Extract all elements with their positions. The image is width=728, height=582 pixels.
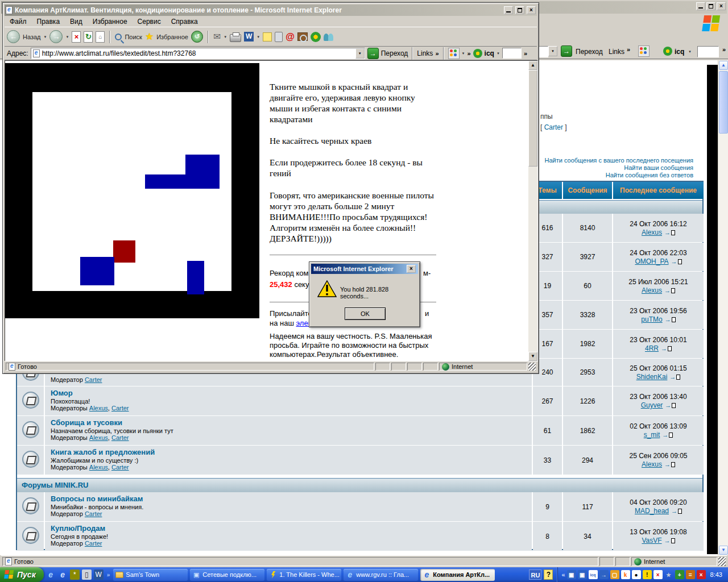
tray-tool-icon[interactable]: + [675,570,684,579]
taskbar-button-3[interactable]: ewww.rgv.ru :: Гла... [344,569,418,581]
moderator-link[interactable]: Carter [85,376,102,383]
forum-title-link[interactable]: Сборища и тусовки [51,418,122,427]
quicklaunch-ie-icon[interactable]: e [46,569,56,580]
bg-resize-grip[interactable] [718,557,726,566]
bg-vertical-scrollbar[interactable]: ▲ ▼ [718,60,728,555]
favorites-star-icon[interactable]: ★ [145,31,154,43]
taskbar-button-2[interactable]: 1. The Killers - Whe... [267,569,341,581]
last-post-user-link[interactable]: Guyver [641,401,663,409]
tray-window-icon[interactable]: ▢ [610,570,619,579]
quicklaunch-chevron-icon[interactable]: » [107,572,110,578]
moderator-link[interactable]: Carter [111,405,129,411]
last-post-user-link[interactable]: s_mit [644,431,660,439]
tray-books-icon[interactable]: = [686,570,695,579]
forum-title-link[interactable]: Книга жалоб и предложений [51,448,155,456]
forum-search-link-2[interactable]: Найти сообщения без ответов [545,172,694,179]
forum-row[interactable]: ЮморПохохотацца!Модераторы Alexus, Carte… [51,386,526,415]
taskbar-button-1[interactable]: ▣Сетевые подклю... [190,569,264,581]
moderator-link[interactable]: Alexus [89,405,108,411]
bg-icq-dropdown-icon[interactable]: ▼ [688,50,692,53]
bg-links-label[interactable]: Links [609,48,624,56]
bg-go-icon[interactable]: → [561,45,572,57]
icq-bar-label[interactable]: icq [485,49,494,57]
links-chevron-icon[interactable]: » [435,50,439,57]
favorites-label[interactable]: Избранное [156,34,188,40]
moderator-link[interactable]: Alexus [89,434,108,441]
scroll-down-icon[interactable]: ▼ [528,352,537,361]
resize-grip[interactable] [528,363,536,371]
refresh-icon[interactable]: ↻ [84,31,93,43]
chevron-icon[interactable]: » [467,50,470,57]
menu-item-1[interactable]: Правка [32,16,65,27]
forward-icon[interactable]: → [49,30,63,43]
bg-icq-flower-icon[interactable] [663,47,672,56]
forum-title-link[interactable]: Юмор [51,389,73,397]
taskbar-button-0[interactable]: Sam's Town [113,569,188,581]
bg-address-dropdown-icon[interactable]: ▼ [548,46,557,56]
stop-icon[interactable]: × [72,31,81,43]
webmoney-dropdown-icon[interactable]: ▼ [462,52,465,55]
quicklaunch-icq-offline-icon[interactable]: * [70,569,80,580]
ok-button[interactable]: OK [345,307,386,320]
goto-post-icon[interactable]: → [664,287,675,294]
last-post-user-link[interactable]: Alexus [642,460,662,468]
goto-post-icon[interactable]: → [665,402,676,409]
tray-network-lan-icon[interactable]: ▣ [567,570,576,579]
forum-row[interactable]: Книга жалоб и предложенийЖалобщикам и по… [51,446,526,475]
forum-search-link-1[interactable]: Найти ваши сообщения [545,164,694,172]
menu-item-3[interactable]: Избранное [88,16,133,27]
moderator-link[interactable]: Carter [85,540,102,547]
back-icon[interactable]: ← [7,30,20,43]
forum-row[interactable]: Вопросы по минибайкамМинибайки - вопросы… [51,492,526,521]
bg-icq-search-input[interactable] [697,46,719,57]
tray-warning-icon[interactable]: ! [643,570,652,579]
red-square[interactable] [113,240,135,263]
addr-end-chevron-icon[interactable]: » [524,50,527,57]
game-border-area[interactable] [5,63,259,318]
mail-icon[interactable]: ✉ [213,31,221,42]
history-icon[interactable]: ↺ [191,31,203,43]
last-post-user-link[interactable]: MAD_head [635,507,669,515]
taskbar-button-4[interactable]: eКомпания АртКл... [420,569,495,581]
last-post-user-link[interactable]: puTMo [641,315,662,323]
forum-search-link-0[interactable]: Найти сообщения с вашего последнего посе… [545,157,694,164]
goto-post-icon[interactable]: → [661,345,672,352]
bg-restore-button[interactable] [706,2,715,10]
tray-icq-lite-icon[interactable]: icq [589,570,598,579]
maximize-button[interactable] [515,6,524,14]
tray-k-messenger-icon[interactable]: k [621,570,630,579]
webmoney-icon[interactable] [448,48,460,59]
goto-post-icon[interactable]: → [671,258,682,265]
quicklaunch-outlook-icon[interactable]: e [58,569,68,580]
quicklaunch-word-icon[interactable]: W [94,569,104,580]
goto-post-icon[interactable]: → [665,316,676,323]
edit-dropdown-icon[interactable]: ▼ [257,35,260,39]
notes-icon[interactable] [263,32,272,41]
dialog-titlebar[interactable]: Microsoft Internet Explorer × [311,264,418,274]
tray-star-icon[interactable]: ★ [664,570,673,579]
tray-network-lan2-icon[interactable]: ▣ [578,570,587,579]
forum-row[interactable]: Сборища и тусовкиНазначаем сборища, тусо… [51,416,526,445]
forum-title-link[interactable]: Куплю/Продам [51,524,105,533]
bg-toolbar-chevron-icon[interactable]: » [722,46,726,53]
icq-search-input[interactable] [502,48,522,59]
print-icon[interactable] [230,34,241,42]
last-post-user-link[interactable]: Alexus [642,286,662,294]
goto-post-icon[interactable]: → [664,229,675,236]
address-input[interactable]: http://www.artclimat.ru/files/textedit/t… [31,48,365,59]
moderator-link[interactable]: Carter [111,464,129,471]
links-label[interactable]: Links [417,49,433,57]
tray-chevron-icon[interactable]: « [561,571,565,578]
close-button[interactable]: × [527,6,536,14]
dialog-close-button[interactable]: × [407,265,416,273]
moderator-link[interactable]: Alexus [89,464,108,471]
last-post-user-link[interactable]: ShidenKai [636,373,668,381]
quicklaunch-phone-icon[interactable]: ▯ [82,569,92,580]
research-book-icon[interactable] [297,32,308,41]
bg-webmoney-icon[interactable] [638,45,650,57]
forum-title-link[interactable]: Вопросы по минибайкам [51,494,143,503]
moderator-link[interactable]: Carter [85,510,102,517]
moderator-link[interactable]: Carter [111,434,129,441]
go-icon[interactable]: → [367,48,379,59]
goto-post-icon[interactable]: → [669,373,680,380]
